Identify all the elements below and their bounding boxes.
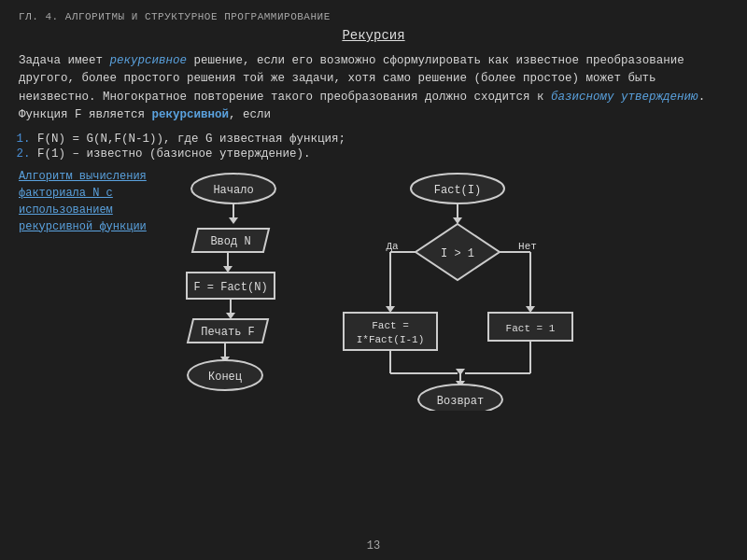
flowcharts-area: Начало Ввод N F = Fact(N) — [159, 168, 728, 411]
svg-text:Fact = 1: Fact = 1 — [506, 323, 556, 334]
right-flowchart: Fact(I) I > 1 Да Нет — [327, 168, 588, 411]
svg-text:Нет: Нет — [518, 241, 537, 252]
svg-marker-7 — [223, 266, 233, 273]
list-item-2: F(1) – известно (базисное утверждение). — [37, 147, 728, 161]
list-item-1-text: F(N) = G(N,F(N-1)), где G известная функ… — [37, 133, 345, 146]
recursive-conditions-list: F(N) = G(N,F(N-1)), где G известная функ… — [37, 133, 728, 161]
diagrams-section: Алгоритм вычисления факториала N с испол… — [19, 168, 728, 411]
algorithm-label: Алгоритм вычисления факториала N с испол… — [19, 168, 159, 411]
svg-text:F = Fact(N): F = Fact(N) — [193, 281, 267, 294]
text-if: , если — [229, 108, 271, 121]
list-item-2-text: F(1) – известно (базисное утверждение). — [37, 147, 311, 161]
svg-marker-37 — [526, 306, 535, 313]
svg-text:Возврат: Возврат — [437, 395, 484, 408]
recursive-word2: рекурсивной — [152, 108, 230, 121]
list-item-1: F(N) = G(N,F(N-1)), где G известная функ… — [37, 133, 728, 146]
svg-text:Ввод N: Ввод N — [210, 235, 250, 248]
recursive-word1: рекурсивное — [110, 54, 188, 67]
svg-marker-11 — [226, 313, 235, 319]
section-title: Рекурсия — [19, 28, 728, 43]
svg-text:Fact(I): Fact(I) — [434, 184, 481, 197]
page-number: 13 — [367, 539, 380, 553]
svg-text:I*Fact(I-1): I*Fact(I-1) — [357, 334, 425, 345]
svg-text:Конец: Конец — [208, 371, 242, 384]
left-flowchart-svg: Начало Ввод N F = Fact(N) — [159, 168, 308, 401]
svg-text:Fact =: Fact = — [372, 320, 409, 331]
left-flowchart: Начало Ввод N F = Fact(N) — [159, 168, 308, 401]
basic-assertion-text: базисному утверждению — [551, 91, 698, 104]
main-text: Задача имеет рекурсивное решение, если е… — [19, 52, 728, 125]
svg-marker-28 — [386, 306, 395, 313]
chapter-header: Гл. 4. АЛГОРИТМЫ И СТРУКТУРНОЕ ПРОГРАММИ… — [19, 11, 728, 22]
text-before-recursive: Задача имеет — [19, 54, 110, 67]
svg-text:I > 1: I > 1 — [441, 247, 474, 260]
page: Гл. 4. АЛГОРИТМЫ И СТРУКТУРНОЕ ПРОГРАММИ… — [0, 0, 747, 560]
right-flowchart-svg: Fact(I) I > 1 Да Нет — [327, 168, 588, 411]
svg-text:Да: Да — [386, 241, 399, 252]
svg-text:Начало: Начало — [213, 184, 253, 197]
svg-text:Печать F: Печать F — [201, 326, 255, 339]
svg-marker-3 — [229, 217, 238, 224]
